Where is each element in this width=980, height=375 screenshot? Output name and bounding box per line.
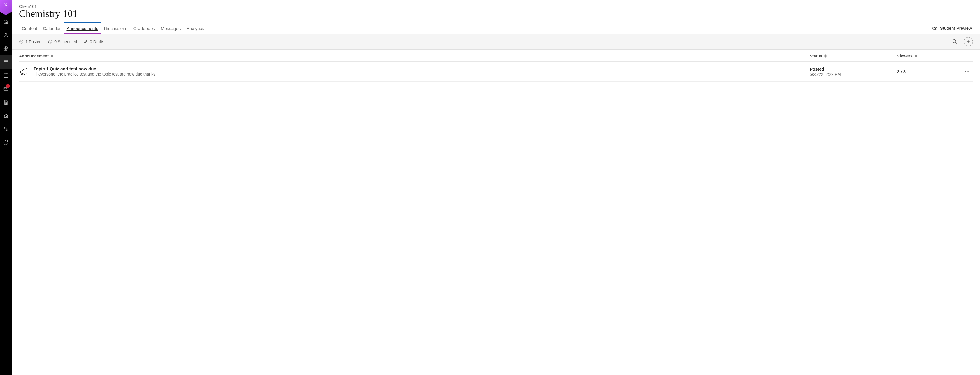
megaphone-icon — [19, 66, 29, 77]
col-status[interactable]: Status — [810, 54, 897, 58]
svg-point-5 — [5, 127, 6, 129]
sort-icon — [51, 54, 53, 58]
announcement-title: Topic 1 Quiz and test now due — [33, 66, 156, 71]
sort-icon — [915, 54, 917, 58]
svg-point-11 — [965, 71, 966, 72]
student-preview-label: Student Preview — [940, 25, 972, 31]
global-nav-rail: 1 — [0, 0, 12, 375]
calendar-icon — [3, 73, 9, 78]
rail-messages[interactable]: 1 — [0, 82, 12, 95]
close-course-button[interactable] — [0, 0, 12, 15]
signout-icon — [3, 140, 9, 146]
compose-icon — [3, 113, 9, 119]
svg-point-6 — [7, 129, 8, 130]
rail-calendar[interactable] — [0, 69, 12, 82]
search-button[interactable] — [951, 38, 959, 46]
tab-discussions[interactable]: Discussions — [101, 22, 130, 34]
search-icon — [952, 38, 958, 45]
svg-point-0 — [5, 33, 7, 35]
col-status-label: Status — [810, 54, 822, 58]
announcement-viewers: 3 / 3 — [897, 69, 961, 74]
col-announcement[interactable]: Announcement — [19, 54, 810, 58]
tab-announcements[interactable]: Announcements — [64, 22, 101, 34]
course-tabs: Content Calendar Announcements Discussio… — [19, 22, 207, 34]
filter-posted[interactable]: 1 Posted — [19, 40, 41, 44]
rail-profile[interactable] — [0, 29, 12, 42]
svg-point-13 — [968, 71, 969, 72]
col-announcement-label: Announcement — [19, 54, 49, 58]
rail-courses[interactable] — [0, 56, 12, 69]
filter-scheduled-label: 0 Scheduled — [54, 40, 77, 44]
svg-point-12 — [967, 71, 967, 72]
announcements-table: Announcement Status Viewers Topic 1 Quiz… — [12, 49, 980, 82]
table-header: Announcement Status Viewers — [19, 49, 973, 62]
rail-institution[interactable] — [0, 15, 12, 29]
course-header: Chem101 Chemistry 101 — [12, 0, 980, 22]
plus-icon — [966, 40, 970, 44]
svg-rect-3 — [4, 74, 8, 77]
tab-gradebook[interactable]: Gradebook — [130, 22, 158, 34]
clock-icon — [48, 40, 52, 44]
svg-rect-2 — [4, 60, 8, 64]
announcement-snippet: Hi everyone, the practice test and the t… — [33, 72, 156, 76]
course-title: Chemistry 101 — [19, 8, 973, 19]
filter-scheduled[interactable]: 0 Scheduled — [48, 40, 77, 44]
filter-drafts-label: 0 Drafts — [90, 40, 104, 44]
institution-icon — [3, 19, 9, 25]
row-actions-button[interactable] — [961, 68, 973, 75]
svg-point-10 — [953, 40, 956, 43]
col-viewers[interactable]: Viewers — [897, 54, 961, 58]
rail-tools[interactable] — [0, 109, 12, 122]
announcement-date: 5/25/22, 2:22 PM — [810, 72, 897, 77]
announcement-status: Posted — [810, 67, 897, 72]
course-panel: Chem101 Chemistry 101 Content Calendar A… — [12, 0, 980, 375]
tab-content[interactable]: Content — [19, 22, 40, 34]
check-circle-icon — [19, 40, 24, 44]
close-icon — [3, 2, 8, 7]
tab-analytics[interactable]: Analytics — [183, 22, 207, 34]
messages-badge: 1 — [6, 84, 10, 88]
rail-admin[interactable] — [0, 122, 12, 136]
filter-drafts[interactable]: 0 Drafts — [83, 40, 104, 44]
student-preview-icon — [932, 25, 938, 31]
document-icon — [3, 99, 9, 105]
tab-calendar[interactable]: Calendar — [40, 22, 64, 34]
announcement-filters: 1 Posted 0 Scheduled 0 Drafts — [12, 34, 980, 49]
more-horizontal-icon — [964, 68, 970, 75]
sort-icon — [824, 54, 827, 58]
svg-point-8 — [19, 40, 23, 43]
course-tabbar: Content Calendar Announcements Discussio… — [12, 22, 980, 34]
filter-posted-label: 1 Posted — [25, 40, 41, 44]
table-row[interactable]: Topic 1 Quiz and test now due Hi everyon… — [19, 62, 973, 82]
rail-signout[interactable] — [0, 136, 12, 149]
courses-icon — [3, 59, 9, 65]
rail-globe[interactable] — [0, 42, 12, 56]
add-announcement-button[interactable] — [964, 37, 973, 46]
svg-point-7 — [934, 27, 935, 29]
pencil-icon — [83, 40, 88, 44]
globe-icon — [3, 46, 9, 52]
rail-grades[interactable] — [0, 95, 12, 109]
student-preview-button[interactable]: Student Preview — [931, 23, 973, 33]
col-viewers-label: Viewers — [897, 54, 913, 58]
profile-icon — [3, 32, 9, 38]
admin-icon — [3, 126, 9, 132]
tab-messages[interactable]: Messages — [158, 22, 183, 34]
